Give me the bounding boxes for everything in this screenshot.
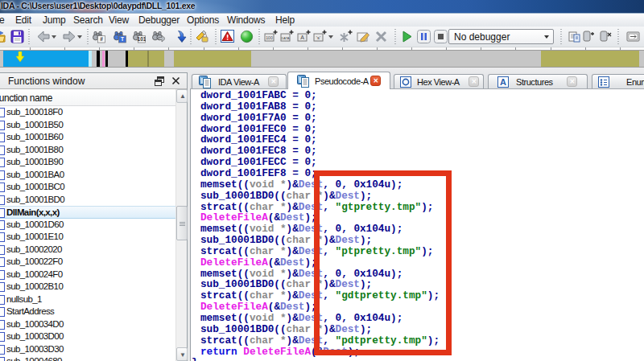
svg-text:A: A [300,35,304,40]
svg-text:'s': 's' [316,35,320,40]
svg-text:101: 101 [138,36,146,42]
svg-text:T: T [121,36,124,42]
svg-text:#: # [100,36,103,42]
svg-text:DATA: DATA [281,36,289,40]
svg-text:100: 100 [266,35,273,40]
svg-text:A: A [500,77,506,87]
